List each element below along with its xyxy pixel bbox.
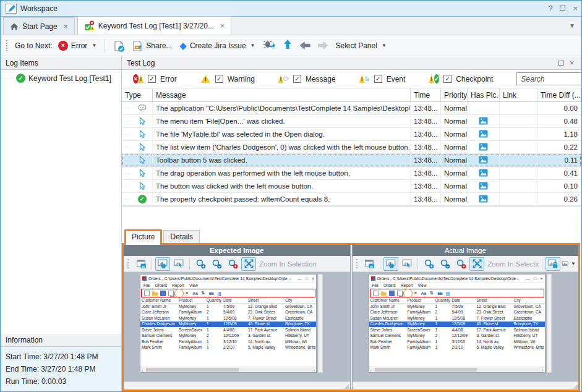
orders-grid-header: Customer NameProductQuantityDateStreetCi… bbox=[140, 297, 316, 304]
panel-close-icon[interactable]: × bbox=[570, 59, 574, 67]
viewer-vertical-scrollbar[interactable] bbox=[547, 274, 552, 373]
orders-horizontal-scrollbar[interactable]: ‹› bbox=[369, 367, 545, 372]
print-icon-circled bbox=[176, 291, 182, 296]
filter-toggle[interactable]: × ✓ ✓ Event bbox=[359, 74, 406, 84]
fit-image-button[interactable] bbox=[469, 257, 484, 271]
select-mode-button[interactable] bbox=[171, 257, 186, 271]
zoom-in-button[interactable] bbox=[193, 257, 208, 271]
lock-images-button[interactable] bbox=[546, 257, 560, 271]
filter-checkbox[interactable]: ✓ bbox=[443, 75, 451, 83]
col-type[interactable]: Type bbox=[122, 88, 153, 101]
close-button[interactable]: × bbox=[573, 4, 578, 13]
col-priority[interactable]: Priority bbox=[441, 88, 468, 101]
log-priority: Normal bbox=[441, 167, 468, 179]
orders-row: Samuel ClemensMyMoney212/12/093. Garden … bbox=[369, 333, 545, 339]
log-tree-item[interactable]: ···· ✓ Keyword Test Log [Test1] bbox=[3, 74, 119, 83]
log-link bbox=[500, 154, 537, 166]
pan-mode-button[interactable] bbox=[383, 257, 398, 271]
go-to-next-error-button[interactable]: × Error ▼ bbox=[56, 40, 99, 52]
log-link bbox=[500, 141, 537, 153]
event-cursor-icon bbox=[137, 117, 147, 126]
has-picture-icon[interactable] bbox=[479, 130, 488, 139]
image-options-dropdown-button[interactable]: ▼ bbox=[562, 257, 576, 271]
select-panel-button[interactable]: Select Panel ▼ bbox=[334, 40, 388, 51]
zoom-in-button[interactable] bbox=[421, 257, 436, 271]
pan-mode-button[interactable] bbox=[155, 257, 170, 271]
log-time: 13:48... bbox=[411, 115, 441, 127]
log-row[interactable]: ✓ Toolbar button 5 was clicked. 13:48...… bbox=[122, 154, 581, 167]
view-image-window-button[interactable] bbox=[362, 257, 377, 271]
tab-keyword-test-log-close-icon[interactable]: × bbox=[220, 22, 225, 30]
post-defect-button[interactable] bbox=[261, 38, 277, 53]
has-picture-icon[interactable] bbox=[479, 117, 488, 126]
has-picture-icon[interactable] bbox=[479, 143, 488, 152]
filter-toggle[interactable]: × ✓ ✓ Checkpoint bbox=[429, 74, 493, 84]
col-time[interactable]: Time bbox=[411, 88, 441, 101]
log-table-empty-space bbox=[122, 207, 581, 228]
go-up-button[interactable] bbox=[281, 38, 294, 53]
orders-horizontal-scrollbar[interactable]: ‹› bbox=[140, 367, 316, 372]
tab-start-page-close-icon[interactable]: × bbox=[64, 22, 68, 31]
log-priority: Normal bbox=[441, 180, 468, 192]
tab-list-dropdown-icon[interactable]: ▼ bbox=[569, 22, 575, 29]
toolbar-grip[interactable] bbox=[356, 259, 359, 268]
has-picture-icon[interactable] bbox=[479, 169, 488, 178]
zoom-out-button[interactable] bbox=[437, 257, 452, 271]
log-row[interactable]: ✓ The drag operation was performed with … bbox=[122, 167, 581, 180]
log-row[interactable]: ✓ The property checkpoint passed: wItemC… bbox=[122, 193, 581, 206]
log-row[interactable]: ✓ The list view item ('Charles Dodgeson'… bbox=[122, 141, 581, 154]
col-has-picture[interactable]: Has Pic... bbox=[468, 88, 500, 101]
log-time: 13:48... bbox=[411, 193, 441, 205]
toolbar-grip[interactable] bbox=[6, 40, 9, 51]
log-row[interactable]: ✓ The application "C:\Users\Public\Docum… bbox=[122, 102, 581, 115]
search-input[interactable] bbox=[516, 72, 582, 85]
col-message[interactable]: Message bbox=[153, 88, 411, 101]
col-link[interactable]: Link bbox=[500, 88, 537, 101]
orders-title-bar: Orders - C:\Users\Public\Documents\TestC… bbox=[369, 275, 545, 283]
filter-checkbox[interactable]: ✓ bbox=[374, 75, 382, 83]
log-row[interactable]: ✓ The button was clicked with the left m… bbox=[122, 180, 581, 193]
filter-toggle[interactable]: × ✓ ✓ Error bbox=[133, 74, 177, 84]
panel-maximize-icon[interactable] bbox=[558, 61, 563, 66]
navigate-back-button[interactable] bbox=[298, 40, 312, 51]
event-cursor-icon bbox=[137, 169, 147, 178]
zoom-reset-button[interactable] bbox=[225, 257, 240, 271]
filter-toggle[interactable]: × ✓ ✓ Warning bbox=[200, 74, 255, 84]
zoom-reset-button[interactable] bbox=[453, 257, 468, 271]
tab-details[interactable]: Details bbox=[163, 230, 200, 243]
create-jira-issue-button[interactable]: ◆ Create Jira Issue ▼ bbox=[178, 40, 257, 51]
share-button[interactable]: Share... bbox=[130, 39, 174, 53]
filter-toggle[interactable]: × ✓ ✓ Message bbox=[278, 74, 336, 84]
has-picture-icon[interactable] bbox=[479, 182, 488, 191]
fit-image-button[interactable] bbox=[241, 257, 256, 271]
close-icon: × bbox=[312, 276, 314, 281]
has-picture-icon[interactable] bbox=[479, 156, 488, 165]
workspace-window: Workspace ? × Start Page × Keyword Test … bbox=[0, 0, 582, 392]
filter-checkbox[interactable]: ✓ bbox=[293, 75, 301, 83]
expected-image-canvas[interactable]: Orders - C:\Users\Public\Documents\TestC… bbox=[124, 272, 350, 381]
tab-keyword-test-log[interactable]: Keyword Test Log [Test1] 3/27/20... × bbox=[77, 16, 231, 35]
log-toolbar: Go to Next: × Error ▼ Share... ◆ Create … bbox=[1, 35, 581, 56]
log-row[interactable]: ✓ The menu item 'File|Open...' was click… bbox=[122, 115, 581, 128]
share-icon bbox=[132, 40, 143, 51]
export-results-button[interactable] bbox=[111, 39, 126, 53]
col-time-diff[interactable]: Time Diff (... bbox=[537, 88, 581, 101]
select-mode-button[interactable] bbox=[400, 257, 414, 271]
log-items-panel: Log Items ···· ✓ Keyword Test Log [Test1… bbox=[1, 56, 122, 391]
log-row[interactable]: ✓ The file 'MyTable.tbl' was selected in… bbox=[122, 128, 581, 141]
tab-picture[interactable]: Picture bbox=[124, 229, 162, 245]
tab-start-page[interactable]: Start Page × bbox=[3, 17, 75, 35]
help-button[interactable]: ? bbox=[548, 4, 552, 13]
zoom-out-button[interactable] bbox=[209, 257, 224, 271]
filter-label: Error bbox=[160, 75, 177, 83]
filter-checkbox[interactable]: ✓ bbox=[215, 75, 223, 83]
toolbar-grip[interactable] bbox=[127, 259, 131, 268]
view-image-window-button[interactable] bbox=[134, 257, 148, 271]
has-picture-icon[interactable] bbox=[479, 195, 488, 204]
navigate-forward-button[interactable] bbox=[316, 40, 330, 51]
viewer-vertical-scrollbar[interactable] bbox=[318, 274, 323, 373]
filter-checkbox[interactable]: ✓ bbox=[148, 75, 156, 83]
maximize-button[interactable] bbox=[560, 6, 565, 11]
actual-image-canvas[interactable]: Orders - C:\Users\Public\Documents\TestC… bbox=[353, 272, 579, 381]
log-message: The drag operation was performed with th… bbox=[153, 167, 411, 179]
